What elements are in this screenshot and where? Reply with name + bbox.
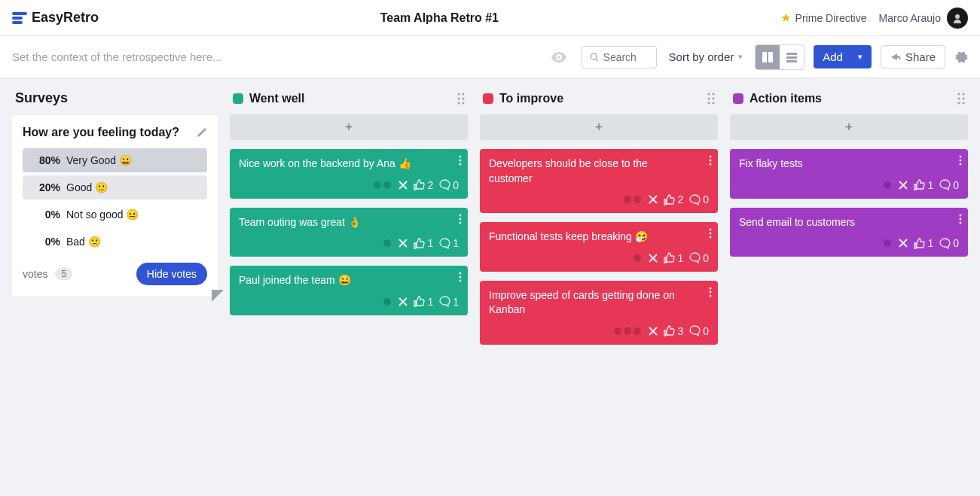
user-menu[interactable]: Marco Araujo [879, 8, 968, 29]
comment-button[interactable]: 0 [439, 179, 459, 191]
user-name: Marco Araujo [879, 12, 941, 24]
sort-dropdown[interactable]: Sort by order ▾ [666, 46, 746, 68]
like-button[interactable]: 2 [664, 193, 683, 205]
remove-vote-button[interactable] [899, 181, 908, 190]
remove-vote-button[interactable] [398, 181, 408, 190]
survey-option[interactable]: 80%Very Good 😀 [23, 148, 207, 172]
vote-dots [383, 298, 391, 306]
like-count: 1 [427, 237, 433, 249]
remove-vote-button[interactable] [649, 195, 658, 204]
add-card-button[interactable]: + [730, 114, 968, 140]
remove-vote-button[interactable] [649, 254, 658, 263]
card-menu-icon[interactable] [959, 155, 962, 166]
survey-option[interactable]: 0%Bad 🙁 [23, 230, 207, 254]
remove-vote-button[interactable] [398, 297, 408, 306]
svg-point-47 [710, 291, 712, 293]
comment-button[interactable]: 1 [439, 237, 459, 249]
like-count: 2 [427, 179, 433, 191]
add-card-button[interactable]: + [480, 114, 718, 140]
svg-point-54 [963, 98, 965, 100]
like-button[interactable]: 1 [414, 296, 433, 308]
prime-directive-link[interactable]: ★ Prime Directive [780, 11, 867, 25]
visibility-icon[interactable] [545, 52, 572, 62]
column-title: Went well [249, 92, 305, 105]
card-menu-icon[interactable] [459, 155, 462, 166]
toolbar: Set the context of the retrospective her… [0, 36, 980, 78]
card[interactable]: Functional tests keep breaking 🤧 1 0 [480, 222, 718, 272]
share-button[interactable]: Share [881, 45, 945, 68]
settings-button[interactable] [954, 50, 968, 64]
view-list-button[interactable] [780, 45, 804, 69]
add-label: Add [823, 50, 843, 63]
app-header: EasyRetro Team Alpha Retro #1 ★ Prime Di… [0, 0, 980, 36]
drag-handle-icon[interactable] [957, 93, 965, 105]
card-menu-icon[interactable] [709, 228, 712, 239]
svg-point-14 [463, 102, 465, 105]
vote-dots [383, 239, 391, 247]
svg-rect-7 [786, 56, 797, 59]
svg-point-33 [713, 98, 715, 100]
svg-point-32 [708, 98, 710, 100]
svg-point-51 [958, 93, 960, 96]
card-footer: 1 0 [739, 237, 959, 249]
survey-option[interactable]: 0%Not so good 😐 [23, 202, 207, 227]
card-menu-icon[interactable] [959, 214, 962, 224]
context-input[interactable]: Set the context of the retrospective her… [12, 50, 536, 63]
svg-point-11 [458, 98, 460, 100]
remove-vote-button[interactable] [899, 239, 908, 248]
svg-point-13 [458, 102, 460, 105]
vote-dots [884, 181, 891, 189]
card-menu-icon[interactable] [459, 272, 462, 282]
svg-point-16 [459, 160, 462, 162]
card-menu-icon[interactable] [459, 214, 462, 224]
like-button[interactable]: 1 [664, 252, 683, 264]
comment-count: 0 [703, 193, 709, 205]
like-button[interactable]: 1 [914, 237, 933, 249]
card-footer: 1 1 [239, 237, 459, 249]
prime-directive-label: Prime Directive [795, 12, 867, 24]
view-columns-button[interactable] [756, 45, 780, 69]
column: Action items + Fix flaky tests 1 0 Send … [730, 90, 968, 354]
svg-point-55 [958, 102, 960, 105]
card[interactable]: Paul joined the team 😄 1 1 [230, 266, 468, 315]
comment-count: 1 [453, 237, 459, 249]
search-input[interactable] [603, 51, 649, 63]
chevron-down-icon: ▾ [738, 52, 743, 62]
vote-dot [383, 181, 391, 189]
comment-count: 0 [703, 325, 709, 337]
comment-count: 0 [953, 179, 959, 191]
comment-button[interactable]: 0 [939, 179, 959, 191]
like-button[interactable]: 1 [914, 179, 933, 191]
comment-button[interactable]: 0 [689, 252, 709, 264]
like-button[interactable]: 2 [414, 179, 433, 191]
like-button[interactable]: 3 [664, 325, 683, 337]
svg-point-35 [713, 102, 715, 105]
hide-votes-button[interactable]: Hide votes [136, 263, 207, 285]
card-menu-icon[interactable] [709, 155, 712, 166]
survey-option-label: Not so good 😐 [66, 208, 139, 221]
survey-option[interactable]: 20%Good 🙂 [23, 175, 207, 199]
comment-button[interactable]: 0 [689, 325, 709, 337]
card[interactable]: Nice work on the backend by Ana 👍 2 0 [230, 149, 468, 199]
add-card-button[interactable]: + [230, 114, 468, 140]
comment-button[interactable]: 0 [939, 237, 959, 249]
brand-logo[interactable]: EasyRetro [12, 10, 99, 26]
drag-handle-icon[interactable] [457, 93, 465, 105]
card[interactable]: Developers should be close to the custom… [480, 149, 718, 213]
card[interactable]: Improve speed of cards getting done on K… [480, 281, 718, 345]
edit-icon[interactable] [197, 127, 207, 138]
card-menu-icon[interactable] [709, 287, 712, 297]
drag-handle-icon[interactable] [707, 93, 715, 105]
remove-vote-button[interactable] [649, 327, 658, 336]
svg-rect-4 [762, 52, 767, 62]
svg-point-43 [710, 236, 712, 239]
card[interactable]: Send email to customers 1 0 [730, 208, 968, 257]
remove-vote-button[interactable] [398, 239, 408, 248]
comment-button[interactable]: 1 [439, 296, 459, 308]
comment-button[interactable]: 0 [689, 193, 709, 205]
like-button[interactable]: 1 [414, 237, 433, 249]
add-button[interactable]: Add ▾ [814, 45, 872, 68]
card[interactable]: Fix flaky tests 1 0 [730, 149, 968, 199]
card[interactable]: Team outing was great 👌 1 1 [230, 208, 468, 257]
search-box[interactable] [582, 46, 657, 68]
